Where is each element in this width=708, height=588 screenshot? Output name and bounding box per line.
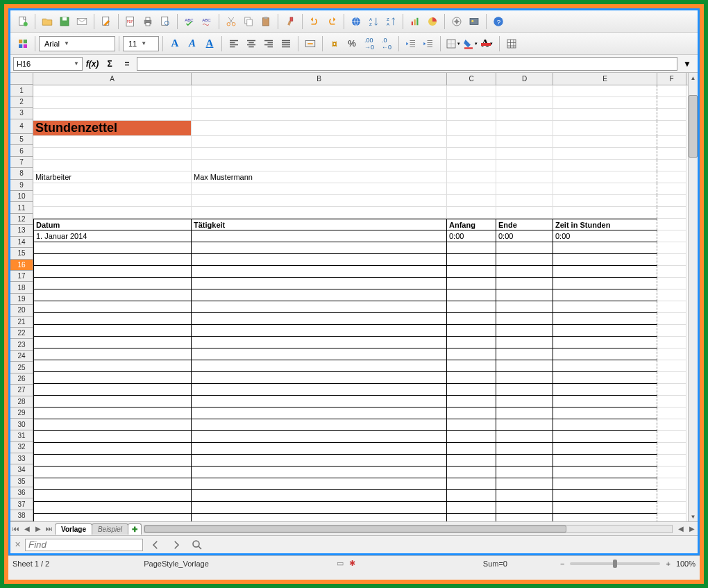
- bg-color-button[interactable]: ▾: [462, 35, 478, 52]
- cell[interactable]: [496, 419, 553, 431]
- cell[interactable]: [657, 97, 686, 109]
- align-right-button[interactable]: [260, 35, 277, 52]
- cell[interactable]: [496, 121, 553, 136]
- cell[interactable]: [33, 467, 192, 478]
- formula-input[interactable]: [137, 57, 677, 71]
- cell[interactable]: [496, 348, 553, 360]
- cell[interactable]: [192, 121, 447, 136]
- row-header-8[interactable]: 8: [10, 168, 33, 179]
- cell[interactable]: [496, 337, 553, 348]
- cell[interactable]: [447, 419, 496, 431]
- find-close-button[interactable]: ✕: [15, 540, 21, 549]
- cell[interactable]: [657, 242, 686, 254]
- cell[interactable]: [447, 467, 496, 478]
- scroll-thumb[interactable]: [689, 95, 698, 158]
- vertical-scrollbar[interactable]: ▲ ▼: [688, 73, 698, 521]
- cell[interactable]: [33, 360, 192, 372]
- sheet-tab-vorlage[interactable]: Vorlage: [55, 523, 92, 535]
- cell[interactable]: [657, 502, 686, 514]
- cell[interactable]: [33, 85, 192, 97]
- cell[interactable]: [33, 372, 192, 384]
- cell[interactable]: [657, 85, 686, 97]
- zoom-in-button[interactable]: +: [666, 560, 670, 568]
- row-header-17[interactable]: 17: [10, 271, 33, 282]
- row-header-33[interactable]: 33: [10, 453, 33, 464]
- cell[interactable]: [192, 502, 447, 514]
- horizontal-scrollbar[interactable]: [144, 525, 673, 533]
- cell[interactable]: [657, 109, 686, 121]
- cell[interactable]: [657, 396, 686, 408]
- cell[interactable]: [192, 514, 447, 521]
- cell[interactable]: [33, 514, 192, 521]
- cell[interactable]: [192, 160, 447, 171]
- new-doc-button[interactable]: [15, 13, 31, 30]
- cell[interactable]: [496, 490, 553, 502]
- scroll-up-button[interactable]: ▲: [689, 73, 698, 83]
- cell[interactable]: [657, 195, 686, 207]
- cell[interactable]: [192, 301, 447, 313]
- hscroll-right[interactable]: ▶: [686, 523, 698, 535]
- cell[interactable]: [553, 478, 657, 490]
- cell[interactable]: [496, 207, 553, 219]
- cell[interactable]: [496, 455, 553, 467]
- cell[interactable]: [447, 301, 496, 313]
- cell[interactable]: [657, 419, 686, 431]
- cell[interactable]: [447, 384, 496, 396]
- row-header-32[interactable]: 32: [10, 442, 33, 453]
- cell[interactable]: [447, 325, 496, 337]
- cell[interactable]: [192, 467, 447, 478]
- row-header-29[interactable]: 29: [10, 408, 33, 419]
- cell[interactable]: [33, 97, 192, 109]
- cell[interactable]: [33, 384, 192, 396]
- cell[interactable]: [553, 467, 657, 478]
- cell[interactable]: [447, 337, 496, 348]
- cell-reference-input[interactable]: H16 ▼: [13, 57, 83, 71]
- row-header-23[interactable]: 23: [10, 339, 33, 350]
- cell[interactable]: [496, 85, 553, 97]
- row-header-12[interactable]: 12: [10, 214, 33, 225]
- zoom-out-button[interactable]: −: [560, 560, 564, 568]
- row-header-31[interactable]: 31: [10, 430, 33, 442]
- cell[interactable]: [447, 278, 496, 289]
- cell[interactable]: [192, 313, 447, 325]
- decrease-indent-button[interactable]: [403, 35, 419, 52]
- find-next-button[interactable]: [168, 537, 185, 553]
- row-header-22[interactable]: 22: [10, 328, 33, 339]
- cell[interactable]: [33, 502, 192, 514]
- table-header-C[interactable]: Anfang: [447, 219, 496, 230]
- cell[interactable]: [192, 408, 447, 419]
- cell[interactable]: [447, 431, 496, 443]
- cell[interactable]: [447, 254, 496, 266]
- cell[interactable]: [33, 325, 192, 337]
- cell[interactable]: [33, 348, 192, 360]
- font-size-select[interactable]: 11 ▼: [123, 36, 159, 51]
- row-header-18[interactable]: 18: [10, 282, 33, 293]
- hscroll-left[interactable]: ◀: [675, 523, 686, 535]
- cell[interactable]: [192, 384, 447, 396]
- cell[interactable]: [33, 478, 192, 490]
- cell[interactable]: [657, 348, 686, 360]
- cell[interactable]: [192, 431, 447, 443]
- zoom-slider[interactable]: [570, 562, 660, 565]
- cell[interactable]: [33, 242, 192, 254]
- cell[interactable]: [553, 97, 657, 109]
- cell[interactable]: [447, 266, 496, 278]
- find-input[interactable]: [25, 539, 143, 551]
- cell[interactable]: [553, 431, 657, 443]
- cell[interactable]: [496, 325, 553, 337]
- cell[interactable]: [553, 136, 657, 148]
- sort-desc-button[interactable]: ZA: [382, 13, 399, 30]
- cell[interactable]: [657, 443, 686, 455]
- cell[interactable]: [447, 490, 496, 502]
- cell[interactable]: [657, 431, 686, 443]
- cell[interactable]: [33, 443, 192, 455]
- cell[interactable]: [657, 337, 686, 348]
- cell-employee-label[interactable]: Mitarbeiter: [33, 171, 192, 183]
- cell[interactable]: [496, 242, 553, 254]
- row-header-5[interactable]: 5: [10, 134, 33, 145]
- cell[interactable]: [657, 325, 686, 337]
- cell[interactable]: [553, 396, 657, 408]
- cell[interactable]: [496, 467, 553, 478]
- cell[interactable]: [192, 266, 447, 278]
- column-header-D[interactable]: D: [496, 73, 553, 85]
